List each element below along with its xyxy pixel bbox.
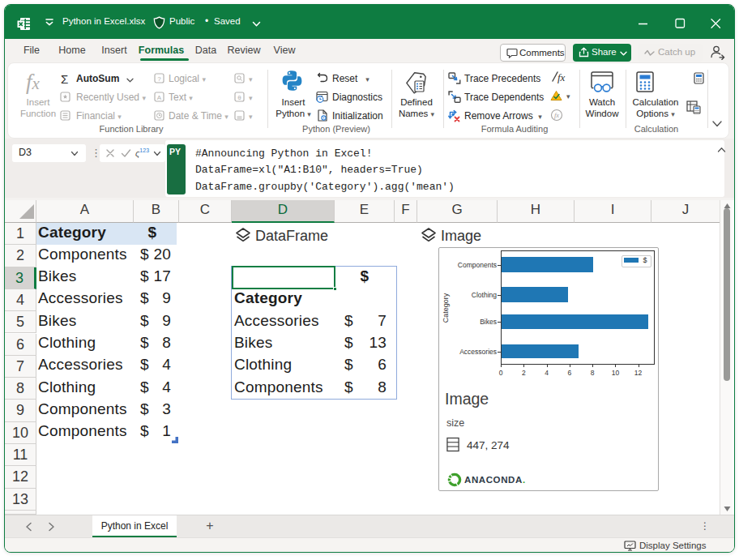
svg-text:fx: fx [554, 111, 559, 119]
svg-text:?: ? [157, 75, 161, 83]
svg-text:fx: fx [557, 71, 566, 83]
svg-text:θ: θ [237, 94, 241, 101]
svg-text:A: A [157, 94, 162, 101]
